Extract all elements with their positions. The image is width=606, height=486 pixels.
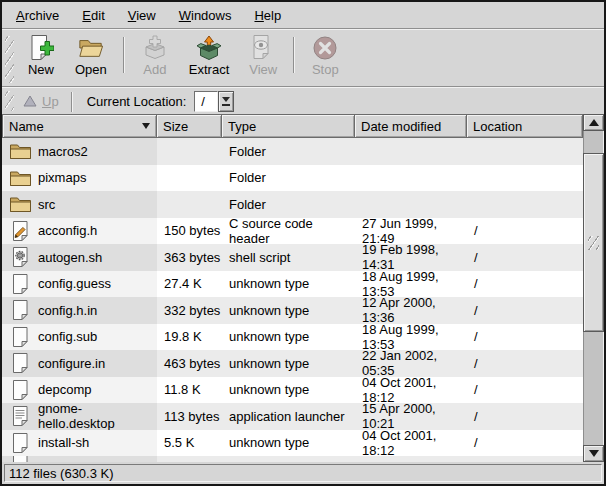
table-row[interactable]: depcomp 11.8 K unknown type 04 Oct 2001,… — [2, 377, 583, 404]
column-header-size[interactable]: Size — [157, 114, 222, 138]
view-button-label: View — [249, 62, 277, 77]
up-arrow-icon — [23, 95, 37, 107]
table-row[interactable]: src Folder — [2, 191, 583, 218]
table-row[interactable]: macros2 Folder — [2, 138, 583, 165]
file-name-cell: src — [2, 191, 157, 218]
table-row[interactable]: autogen.sh 363 bytes shell script 19 Feb… — [2, 244, 583, 271]
table-header: Name Size Type Date modified Location — [2, 114, 583, 138]
table-row[interactable]: install-sh 5.5 K unknown type 04 Oct 200… — [2, 430, 583, 457]
file-name-cell: install-sh — [2, 430, 157, 457]
menu-item-view[interactable]: View — [120, 5, 164, 26]
scrollbar-thumb[interactable] — [583, 153, 604, 332]
file-size-cell: 19.8 K — [157, 324, 222, 351]
file-date-cell — [355, 165, 467, 192]
location-combo: / — [194, 91, 234, 112]
file-name-cell: config.sub — [2, 324, 157, 351]
file-icon — [10, 274, 31, 294]
archive-manager-window: Archive Edit View Windows Help New Open … — [0, 0, 606, 486]
file-location-cell: / — [467, 271, 583, 298]
scroll-down-button[interactable] — [583, 445, 604, 462]
table-row[interactable]: configure.in 463 bytes unknown type 22 J… — [2, 350, 583, 377]
table-row[interactable]: gnome-hello.desktop 113 bytes applicatio… — [2, 403, 583, 430]
column-header-name[interactable]: Name — [2, 114, 157, 138]
file-icon — [10, 353, 31, 373]
file-location-cell — [467, 165, 583, 192]
file-name-cell: depcomp — [2, 377, 157, 404]
file-name-cell: macros2 — [2, 138, 157, 165]
table-row[interactable]: pixmaps Folder — [2, 165, 583, 192]
scroll-up-arrow-icon — [589, 119, 599, 126]
file-type-cell: unknown type — [222, 324, 355, 351]
file-name-cell: pixmaps — [2, 165, 157, 192]
file-location-cell — [467, 191, 583, 218]
scroll-down-arrow-icon — [589, 450, 599, 457]
file-date-cell: 19 Feb 1998, 14:31 — [355, 244, 467, 271]
location-input[interactable]: / — [194, 91, 218, 112]
vertical-scrollbar[interactable] — [583, 114, 604, 462]
script-file-icon — [10, 247, 31, 267]
file-date-cell: 04 Oct 2001, 18:12 — [355, 377, 467, 404]
file-size-cell: 363 bytes — [157, 244, 222, 271]
launcher-file-icon — [10, 406, 31, 426]
file-type-cell: Folder — [222, 138, 355, 165]
location-dropdown-button[interactable] — [218, 91, 234, 112]
up-button-label: Up — [42, 94, 59, 109]
file-size-cell: 332 bytes — [157, 297, 222, 324]
file-icon — [10, 300, 31, 320]
file-date-cell: 27 Jun 1999, 21:49 — [355, 218, 467, 245]
toolbar-grip-handle[interactable] — [5, 36, 14, 83]
table-row[interactable]: config.h.in 332 bytes unknown type 12 Ap… — [2, 297, 583, 324]
file-type-cell: C source code header — [222, 218, 355, 245]
extract-button[interactable]: Extract — [181, 33, 237, 79]
status-text: 112 files (630.3 K) — [9, 466, 114, 481]
location-bar-separator — [71, 92, 73, 112]
file-location-cell: / — [467, 297, 583, 324]
file-date-cell: 12 Apr 2000, 13:36 — [355, 297, 467, 324]
table-row-partial[interactable] — [2, 456, 583, 462]
file-size-cell — [157, 138, 222, 165]
column-header-type[interactable]: Type — [222, 114, 355, 138]
menu-item-help[interactable]: Help — [246, 5, 289, 26]
scroll-up-button[interactable] — [583, 114, 604, 131]
file-type-cell: Folder — [222, 165, 355, 192]
folder-icon — [10, 194, 31, 214]
open-button-label: Open — [75, 62, 107, 77]
dropdown-line — [222, 104, 230, 106]
new-button[interactable]: New — [19, 33, 63, 79]
table-row[interactable]: acconfig.h 150 bytes C source code heade… — [2, 218, 583, 245]
file-location-cell: / — [467, 218, 583, 245]
table-row[interactable]: config.guess 27.4 K unknown type 18 Aug … — [2, 271, 583, 298]
file-size-cell: 27.4 K — [157, 271, 222, 298]
file-date-cell: 22 Jan 2002, 05:35 — [355, 350, 467, 377]
file-type-cell: Folder — [222, 191, 355, 218]
menu-item-windows[interactable]: Windows — [171, 5, 240, 26]
file-date-cell: 04 Oct 2001, 18:12 — [355, 430, 467, 457]
file-list: macros2 Folder pixmaps Folder src Folder… — [2, 138, 583, 462]
location-bar-grip-handle[interactable] — [5, 91, 14, 111]
file-size-cell: 150 bytes — [157, 218, 222, 245]
file-size-cell: 11.8 K — [157, 377, 222, 404]
add-button: Add — [133, 33, 177, 79]
menu-item-edit[interactable]: Edit — [74, 5, 112, 26]
file-type-cell: unknown type — [222, 377, 355, 404]
menu-item-archive[interactable]: Archive — [8, 5, 67, 26]
column-header-location[interactable]: Location — [467, 114, 583, 138]
file-type-cell: unknown type — [222, 271, 355, 298]
new-button-label: New — [28, 62, 54, 77]
folder-icon — [10, 141, 31, 161]
file-name-cell — [2, 456, 157, 462]
location-bar: Up Current Location: / — [2, 88, 604, 114]
column-header-date-modified[interactable]: Date modified — [355, 114, 467, 138]
file-size-cell: 113 bytes — [157, 403, 222, 430]
table-row[interactable]: config.sub 19.8 K unknown type 18 Aug 19… — [2, 324, 583, 351]
current-location-label: Current Location: — [87, 94, 187, 109]
view-button: View — [241, 33, 285, 79]
open-button[interactable]: Open — [67, 33, 115, 79]
file-date-cell: 15 Apr 2000, 10:21 — [355, 403, 467, 430]
file-location-cell: / — [467, 430, 583, 457]
scrollbar-thumb-grip — [588, 236, 599, 250]
file-name-cell: gnome-hello.desktop — [2, 403, 157, 430]
file-name-cell: configure.in — [2, 350, 157, 377]
view-file-icon — [250, 35, 276, 61]
file-location-cell: / — [467, 350, 583, 377]
